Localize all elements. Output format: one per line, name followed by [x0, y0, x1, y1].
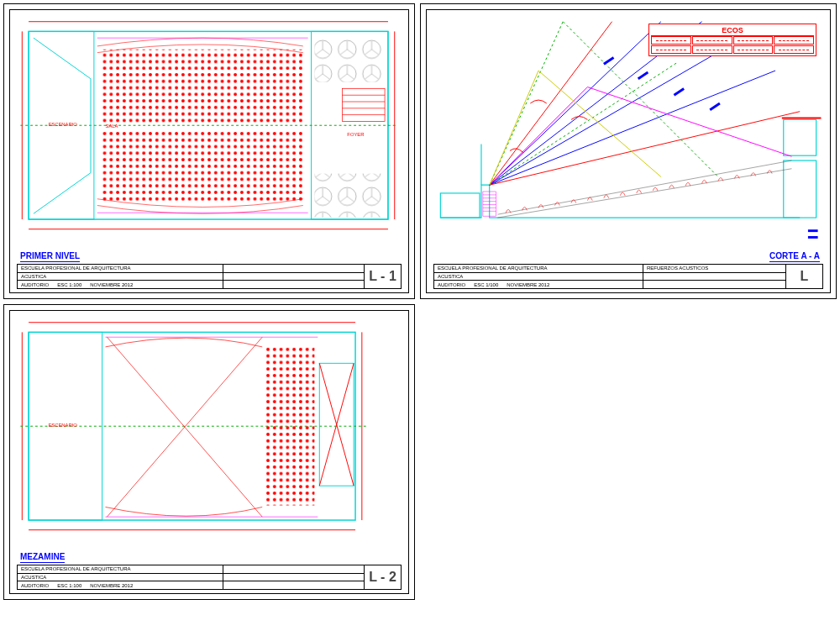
svg-line-46 [490, 22, 564, 185]
tb-project-l3: AUDITORIO [438, 282, 465, 287]
tb-school-l1: ESCUELA PROFESIONAL DE ARQUITECTURA [18, 265, 223, 273]
sheet-number-l3: L [785, 265, 822, 288]
tb-date-l2: NOVIEMBRE 2012 [90, 583, 133, 588]
drawing-l1: ESCENARIO SALA FOYER [13, 13, 405, 250]
tb-bottom-l2: AUDITORIO ESC 1:100 NOVIEMBRE 2012 [18, 581, 223, 589]
tb-project-l2: AUDITORIO [21, 583, 49, 588]
plan-title-l2: MEZAMINE [20, 552, 65, 563]
svg-line-54 [638, 72, 648, 79]
titleblock-l2: ESCUELA PROFESIONAL DE ARQUITECTURA ACUS… [17, 565, 402, 590]
svg-line-53 [604, 58, 614, 65]
plan-l1-svg: ESCENARIO SALA FOYER [13, 13, 405, 250]
sheet-l2: ESCENARIO MEZAMINE ESCUELA PROFESIONAL D… [3, 304, 415, 600]
svg-rect-14 [343, 88, 386, 121]
svg-rect-37 [440, 193, 480, 218]
drawing-l3: ECOS [430, 13, 827, 250]
tb-course-l2: ACUSTICA [18, 574, 223, 582]
svg-line-51 [490, 71, 538, 185]
tb-course-l1: ACUSTICA [18, 273, 223, 281]
svg-line-56 [710, 103, 720, 110]
section-title-l3: CORTE A - A [769, 251, 820, 262]
drawing-l2: ESCENARIO [13, 314, 405, 551]
tb-bottom-l3: AUDITORIO ESC 1/100 NOVIEMBRE 2012 [434, 281, 643, 288]
ecos-title: ECOS [651, 26, 814, 36]
sheet-l1: ESCENARIO SALA FOYER PRIMER NIVEL ESCUEL… [3, 3, 415, 299]
tb-school-l3: ESCUELA PROFESIONAL DE ARQUITECTURA [434, 265, 643, 273]
svg-rect-9 [102, 129, 303, 203]
plan-l2-svg: ESCENARIO [13, 314, 405, 551]
tb-course-l3: ACUSTICA [434, 273, 643, 281]
titleblock-l1: ESCUELA PROFESIONAL DE ARQUITECTURA ACUS… [17, 264, 402, 289]
label-stage-l2: ESCENARIO [48, 423, 77, 428]
svg-line-50 [587, 87, 791, 157]
tb-subject-l3: REFUERZOS ACUSTICOS [643, 265, 785, 273]
sheet-number-l2: L - 2 [364, 565, 401, 589]
tb-date-l3: NOVIEMBRE 2012 [507, 282, 549, 287]
plan-title-l1: PRIMER NIVEL [20, 251, 80, 262]
tb-scale-l2: ESC 1:100 [57, 583, 81, 588]
svg-rect-39 [784, 119, 816, 155]
svg-line-49 [490, 87, 588, 186]
svg-rect-8 [102, 50, 303, 124]
tb-scale-l3: ESC 1/100 [474, 282, 498, 287]
sheet-l2-inner: ESCENARIO MEZAMINE ESCUELA PROFESIONAL D… [9, 310, 409, 594]
sheet-number-l1: L - 1 [364, 265, 401, 288]
ecos-grid [651, 36, 814, 54]
sheet-l3-inner: ECOS CORTE A - A ESCUELA PROFESIONAL DE … [426, 9, 831, 293]
tb-date-l1: NOVIEMBRE 2012 [90, 282, 133, 287]
sheet-l3: ECOS CORTE A - A ESCUELA PROFESIONAL DE … [420, 3, 837, 299]
svg-rect-13 [314, 174, 385, 218]
sheet-l1-inner: ESCENARIO SALA FOYER PRIMER NIVEL ESCUEL… [9, 9, 409, 293]
titleblock-l3: ESCUELA PROFESIONAL DE ARQUITECTURA ACUS… [433, 264, 823, 289]
label-hall-l1: SALA [106, 124, 118, 129]
svg-line-42 [490, 38, 743, 185]
svg-rect-31 [265, 347, 314, 506]
tb-bottom-l1: AUDITORIO ESC 1:100 NOVIEMBRE 2012 [18, 281, 223, 288]
tb-scale-l1: ESC 1:100 [57, 282, 81, 287]
label-foyer-l1: FOYER [347, 132, 364, 137]
ecos-legend: ECOS [648, 24, 816, 56]
tb-project-l1: AUDITORIO [21, 282, 49, 287]
svg-line-55 [674, 88, 684, 95]
label-stage-l1: ESCENARIO [48, 122, 77, 127]
svg-rect-12 [314, 36, 385, 82]
tb-school-l2: ESCUELA PROFESIONAL DE ARQUITECTURA [18, 565, 223, 574]
